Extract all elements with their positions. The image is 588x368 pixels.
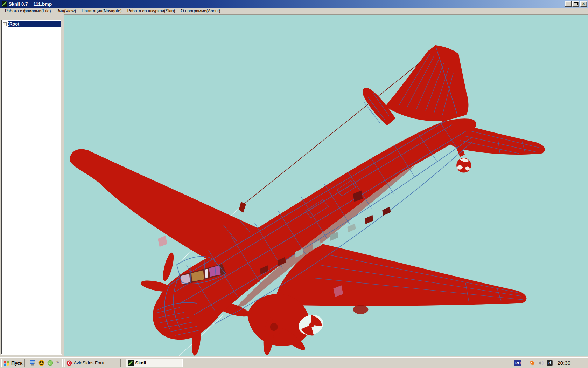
title-bar[interactable]: Sknil 0.7 111.bmp × [0,0,588,8]
show-desktop-icon[interactable] [29,360,36,366]
task-button-aviaskins[interactable]: AviaSkins.Foru... [64,359,121,367]
windows-logo-icon [4,360,10,366]
task-button-sknil[interactable]: Sknil [126,359,183,367]
main-area: + Root [0,14,588,357]
menu-navigate[interactable]: Навигация(Navigate) [79,8,125,14]
restore-button[interactable] [572,1,579,7]
start-button[interactable]: Пуск [1,359,25,367]
menu-view[interactable]: Вид(View) [54,8,79,14]
quick-launch: » [29,359,60,367]
window-title-document: 111.bmp [34,1,52,7]
tray-separator [525,359,525,367]
start-label: Пуск [11,360,22,366]
system-tray: RU d 20:30 [514,359,587,367]
volume-icon[interactable] [538,360,544,366]
tray-clock[interactable]: 20:30 [557,360,570,366]
sknil-app-icon [2,1,7,7]
taskbar-separator [27,359,27,367]
menu-skin[interactable]: Работа со шкуркой(Skin) [125,8,179,14]
window-title-app: Sknil 0.7 [9,1,28,7]
taskbar-separator-2 [62,359,63,367]
model-viewport[interactable] [64,14,588,356]
opera-icon [66,360,72,366]
close-icon: × [582,2,585,6]
avast-icon[interactable] [529,360,536,366]
menu-file[interactable]: Работа с файлами(File) [3,8,54,14]
tree-node-root[interactable]: Root [8,21,61,27]
download-master-glyph: d [548,361,551,366]
menu-bar: Работа с файлами(File) Вид(View) Навигац… [0,8,588,14]
task-label: AviaSkins.Foru... [74,360,108,366]
menu-about[interactable]: О программе(About) [178,8,224,14]
quick-launch-overflow-chevron[interactable]: » [56,359,59,364]
minimize-button[interactable] [565,1,572,7]
restore-icon [574,2,577,5]
close-button[interactable]: × [580,1,587,7]
tree-expander-icon[interactable]: + [3,22,7,26]
download-master-icon[interactable]: d [546,360,553,366]
sidebar: + Root [0,14,64,357]
desktop-screen: Sknil 0.7 111.bmp × Работа с файлами(Fil… [0,0,588,368]
taskbar: Пуск » AviaSkins.Foru... [0,357,588,368]
yellow-app-icon[interactable] [38,360,44,366]
tree-row-root[interactable]: + Root [3,21,61,27]
language-indicator[interactable]: RU [514,360,521,366]
task-label: Sknil [135,360,146,366]
aircraft-render [64,15,588,356]
minimize-icon [567,5,569,5]
sknil-icon [128,360,134,366]
green-app-icon[interactable] [47,360,53,366]
model-tree-panel[interactable]: + Root [1,20,62,355]
